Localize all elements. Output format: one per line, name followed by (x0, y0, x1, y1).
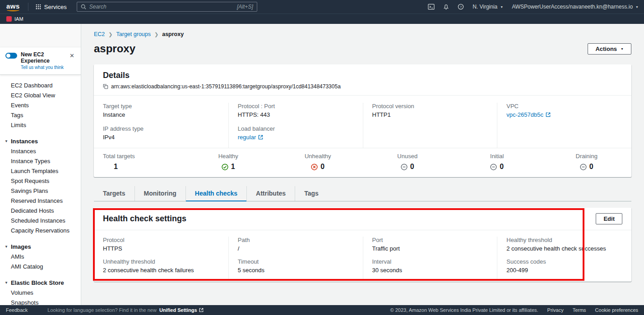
sidebar-item-instances[interactable]: Instances (0, 146, 81, 156)
actions-button-label: Actions (595, 46, 617, 52)
tab-health-checks[interactable]: Health checks (185, 186, 246, 201)
field-label: Unhealthy threshold (103, 258, 219, 265)
health-check-fields: Protocol HTTPS Unhealthy threshold 2 con… (94, 230, 631, 282)
sidebar-item-snapshots[interactable]: Snapshots (0, 298, 81, 305)
close-icon[interactable]: ✕ (68, 51, 76, 60)
sidebar-item-capacity-reservations[interactable]: Capacity Reservations (0, 226, 81, 236)
global-search[interactable]: [Alt+S] (77, 2, 257, 12)
divider (28, 3, 28, 11)
field-load-balancer: Load balancer regular (238, 125, 354, 141)
privacy-link[interactable]: Privacy (547, 307, 564, 313)
sidebar-item-reserved-instances[interactable]: Reserved Instances (0, 196, 81, 206)
field-value: Instance (103, 111, 219, 118)
external-link-icon (546, 112, 551, 117)
field-port: Port Traffic port (372, 237, 488, 252)
field-timeout: Timeout 5 seconds (238, 258, 354, 274)
sidebar-item-scheduled-instances[interactable]: Scheduled Instances (0, 216, 81, 226)
chevron-down-icon: ▼ (621, 47, 624, 50)
sidebar-group-instances: ▼ Instances Instances Instance Types Lau… (0, 136, 81, 236)
details-fields: Target type Instance IP address type IPv… (94, 96, 631, 148)
sidebar-group-elastic-block-store: ▼ Elastic Block Store Volumes Snapshots (0, 278, 81, 305)
stat-draining: Draining 0 (542, 153, 632, 171)
tab-tags[interactable]: Tags (295, 186, 328, 201)
sidebar-item-instance-types[interactable]: Instance Types (0, 156, 81, 166)
sidebar: New EC2 Experience Tell us what you thin… (0, 24, 81, 305)
new-experience-title: New EC2 Experience (21, 51, 64, 64)
sidebar-item-amis[interactable]: AMIs (0, 252, 81, 262)
sidebar-item-volumes[interactable]: Volumes (0, 288, 81, 298)
sidebar-item-tags[interactable]: Tags (0, 110, 81, 120)
account-label: AWSPowerUserAccess/navaneeth.kn@harness.… (512, 4, 633, 10)
new-experience-toggle[interactable] (5, 53, 17, 59)
tab-monitoring[interactable]: Monitoring (134, 186, 185, 201)
new-experience-subtitle[interactable]: Tell us what you think (21, 65, 64, 70)
account-menu[interactable]: AWSPowerUserAccess/navaneeth.kn@harness.… (512, 4, 639, 10)
field-label: Protocol (103, 237, 219, 243)
load-balancer-link[interactable]: regular (238, 134, 263, 141)
sidebar-item-ec2-dashboard[interactable]: EC2 Dashboard (0, 81, 81, 91)
field-vpc: VPC vpc-2657db5c (506, 103, 622, 118)
vpc-link[interactable]: vpc-2657db5c (506, 111, 551, 118)
feedback-link[interactable]: Feedback (6, 307, 28, 313)
footer: Feedback Looking for language selection?… (0, 305, 644, 315)
sidebar-item-ami-catalog[interactable]: AMI Catalog (0, 262, 81, 272)
notifications-bell-icon[interactable] (443, 4, 449, 10)
cloudshell-icon[interactable] (428, 4, 435, 10)
external-link-icon (199, 308, 204, 312)
actions-button[interactable]: Actions ▼ (588, 43, 631, 55)
top-navigation-bar: aws Services [Alt+S] ? N. Virginia (0, 0, 644, 14)
sidebar-group-instances-heading[interactable]: ▼ Instances (0, 136, 81, 146)
sidebar-item-dedicated-hosts[interactable]: Dedicated Hosts (0, 206, 81, 216)
field-value: HTTPS: 443 (238, 111, 354, 118)
field-target-type: Target type Instance (103, 103, 219, 118)
breadcrumb-separator: ❯ (108, 32, 112, 37)
field-value: IPv4 (103, 134, 219, 141)
sidebar-group-images-heading[interactable]: ▼ Images (0, 242, 81, 252)
stat-value: 0 (589, 163, 593, 171)
field-protocol-version: Protocol version HTTP1 (372, 103, 488, 118)
cookie-preferences-link[interactable]: Cookie preferences (595, 307, 638, 313)
details-title: Details (103, 71, 622, 80)
sidebar-group-images: ▼ Images AMIs AMI Catalog (0, 242, 81, 272)
field-ip-address-type: IP address type IPv4 (103, 125, 219, 141)
page-header: asproxy Actions ▼ (94, 42, 631, 55)
sidebar-group-ebs-heading[interactable]: ▼ Elastic Block Store (0, 278, 81, 288)
unified-settings-link[interactable]: Unified Settings (159, 307, 204, 313)
sidebar-item-launch-templates[interactable]: Launch Templates (0, 166, 81, 176)
tab-targets[interactable]: Targets (94, 186, 134, 201)
favorites-bar: IAM (0, 14, 644, 24)
field-value: / (238, 245, 354, 252)
neutral-minus-icon (490, 164, 497, 170)
target-group-arn: arn:aws:elasticloadbalancing:us-east-1:3… (111, 83, 341, 90)
breadcrumb-target-groups[interactable]: Target groups (116, 31, 151, 37)
sidebar-item-spot-requests[interactable]: Spot Requests (0, 176, 81, 186)
field-label: Healthy threshold (506, 237, 622, 243)
sidebar-item-savings-plans[interactable]: Savings Plans (0, 186, 81, 196)
breadcrumb-ec2[interactable]: EC2 (94, 31, 105, 37)
stat-label: Healthy (184, 153, 273, 160)
search-input[interactable] (89, 4, 234, 10)
field-value: 30 seconds (372, 267, 488, 274)
sidebar-item-ec2-global-view[interactable]: EC2 Global View (0, 91, 81, 100)
breadcrumb-current: asproxy (162, 31, 184, 37)
copy-icon[interactable] (103, 84, 108, 89)
field-protocol: Protocol HTTPS (103, 237, 219, 252)
pinned-service-iam[interactable]: IAM (14, 16, 23, 22)
region-selector[interactable]: N. Virginia ▼ (473, 4, 503, 10)
field-value: 2 consecutive health check successes (506, 245, 622, 252)
tab-attributes[interactable]: Attributes (246, 186, 295, 201)
aws-logo[interactable]: aws (5, 2, 23, 12)
main-content: EC2 ❯ Target groups ❯ asproxy asproxy Ac… (81, 24, 644, 305)
field-value: 200-499 (506, 267, 622, 274)
field-label: Target type (103, 103, 219, 110)
help-icon[interactable]: ? (458, 4, 464, 10)
services-menu[interactable]: Services (33, 4, 69, 10)
field-label: Port (372, 237, 488, 243)
edit-button[interactable]: Edit (596, 213, 622, 224)
sidebar-item-limits[interactable]: Limits (0, 120, 81, 130)
stat-label: Unhealthy (273, 153, 363, 160)
terms-link[interactable]: Terms (573, 307, 586, 313)
stat-healthy: Healthy 1 (184, 153, 273, 171)
chevron-down-icon: ▼ (5, 281, 8, 285)
sidebar-item-events[interactable]: Events (0, 100, 81, 110)
